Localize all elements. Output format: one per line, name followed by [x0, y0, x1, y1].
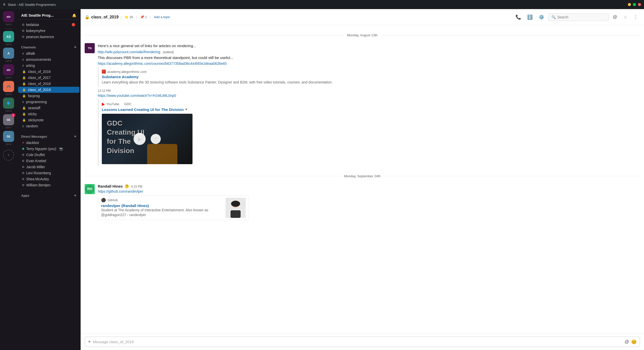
- search-icon: 🔍: [552, 15, 556, 19]
- workspace-item-a[interactable]: A Ctrl+3: [3, 48, 14, 62]
- presence-indicator: [22, 172, 24, 174]
- workspace-icon-as[interactable]: AS: [3, 31, 14, 42]
- workspace-item-aie1[interactable]: aie Ctrl+1: [3, 11, 14, 26]
- search-box[interactable]: 🔍: [548, 13, 609, 21]
- channel-item-facprog[interactable]: 🔒 facprog: [18, 93, 79, 99]
- channel-name: arting: [26, 64, 35, 68]
- workspace-item-ge[interactable]: GE 1 Ctrl+7: [3, 114, 14, 129]
- dm-item-slackbot[interactable]: ♥ slackbot: [18, 140, 79, 146]
- add-dm-icon[interactable]: +: [74, 134, 76, 139]
- channel-name: seastaff: [28, 106, 40, 110]
- external-link-button[interactable]: ↗: [151, 134, 161, 144]
- menu-icon[interactable]: ≡: [3, 2, 5, 7]
- workspace-icon-a[interactable]: A: [3, 48, 14, 59]
- rendering-link[interactable]: http://wiki.polycount.com/wiki/Rendering: [98, 50, 160, 54]
- youtube-link-text: https://www.youtube.com/watch?v=H1MLtML0…: [98, 94, 640, 98]
- dm-item-terry-nguyen[interactable]: Terry Nguyen (you) 📷: [18, 146, 79, 152]
- star-button[interactable]: ☆: [621, 13, 629, 21]
- close-button[interactable]: [638, 3, 641, 6]
- author-emoji: 🤔: [125, 184, 129, 188]
- channel-item-class-2019[interactable]: 🔒 class_of_2019: [18, 87, 79, 93]
- dm-item-jacob-miller[interactable]: Jacob Miller: [18, 164, 79, 170]
- channel-item-arting[interactable]: # arting: [18, 63, 79, 69]
- workspace-icon-8[interactable]: GE: [3, 131, 14, 142]
- pin-count[interactable]: 📌 1: [140, 15, 147, 19]
- add-attachment-button[interactable]: +: [88, 339, 91, 345]
- github-repo-title[interactable]: randevlper (Randall Hines): [101, 203, 222, 208]
- emoji-input-icon[interactable]: 😊: [631, 339, 637, 345]
- call-icon[interactable]: 📞: [513, 13, 523, 21]
- at-input-icon[interactable]: @: [625, 339, 629, 345]
- workspace-name[interactable]: AIE Seattle Prog...: [21, 13, 54, 17]
- channel-item-class-2017[interactable]: 🔒 class_of_2017: [18, 75, 79, 81]
- workspace-item-aie2[interactable]: aie Ctrl+4: [3, 64, 14, 79]
- workspace-icon-5[interactable]: 🎮: [3, 81, 14, 92]
- channel-item-sticky[interactable]: 🔒 sticky: [18, 111, 79, 117]
- add-app-icon[interactable]: +: [74, 193, 76, 198]
- workspace-item-6[interactable]: 🔷 Ctrl+6: [3, 98, 14, 112]
- gear-icon[interactable]: ⚙️: [537, 13, 546, 21]
- channel-item-announcements[interactable]: # announcements: [18, 56, 79, 63]
- lock-icon: 🔒: [22, 118, 26, 122]
- youtube-title-link[interactable]: Lessons Learned Creating UI for The Divi…: [102, 107, 637, 112]
- dm-item-keilaloia[interactable]: keilaloia 🔴: [18, 22, 79, 28]
- channel-item-class-2016[interactable]: 🔒 class_of_2016: [18, 69, 79, 75]
- youtube-url[interactable]: https://www.youtube.com/watch?v=H1MLtML0…: [98, 94, 176, 98]
- minimize-button[interactable]: [628, 3, 631, 6]
- channel-name: class_of_2016: [28, 70, 51, 74]
- github-content: ⚫ GitHub randevlper (Randall Hines) Stud…: [101, 198, 222, 218]
- presence-indicator: [22, 36, 24, 38]
- workspace-icon-6[interactable]: 🔷: [3, 98, 14, 109]
- add-workspace-button[interactable]: +: [3, 150, 14, 161]
- message-group-2: RH Randall Hines 🤔 4:15 PM https://githu…: [81, 182, 644, 224]
- lock-icon: 🔒: [22, 112, 26, 116]
- message-input[interactable]: [93, 340, 623, 344]
- presence-indicator: [22, 178, 24, 180]
- star-count[interactable]: ⭐ 26: [124, 15, 133, 19]
- workspace-item-8[interactable]: GE Ctrl+8: [3, 131, 14, 145]
- bell-icon[interactable]: 🔔: [72, 13, 76, 17]
- video-thumbnail[interactable]: GDC Creating UI for The Division ▶ ↗: [102, 114, 192, 164]
- preview-title-link[interactable]: Substance Academy: [102, 75, 637, 79]
- workspace-icon-ge[interactable]: GE 1: [3, 114, 14, 125]
- more-icon[interactable]: ⋮: [631, 13, 640, 21]
- dm-item-william-bentjen[interactable]: William Bentjen: [18, 182, 79, 188]
- add-topic-button[interactable]: Add a topic: [154, 15, 170, 19]
- lock-icon: 🔒: [22, 76, 26, 79]
- play-button[interactable]: ▶: [134, 133, 146, 145]
- channel-item-alltalk[interactable]: # alltalk: [18, 50, 79, 56]
- dm-item-shea-mcauley[interactable]: Shea McAuley: [18, 176, 79, 182]
- sidebar-header-icons: 🔔: [72, 13, 76, 17]
- channel-name: announcements: [26, 57, 51, 62]
- channel-name-display: 🔒 class_of_2019: [85, 15, 119, 19]
- dm-item-evan-knebel[interactable]: Evan Knebel: [18, 158, 79, 164]
- workspace-item-5[interactable]: 🎮 Ctrl+5: [3, 81, 14, 96]
- workspace-item-as[interactable]: AS Ctrl+2: [3, 31, 14, 46]
- presence-indicator: [22, 30, 24, 32]
- dm-item-pearson-lawrence[interactable]: pearson.lawrence: [18, 34, 79, 40]
- allegorithmic-url[interactable]: https://academy.allegorithmic.com/course…: [98, 62, 227, 66]
- channel-item-stickynote[interactable]: 🔒 stickynote: [18, 117, 79, 123]
- workspace-icon-aie1[interactable]: aie: [3, 11, 14, 22]
- dm-item-levi-rosenberg[interactable]: Levi Rosenberg: [18, 170, 79, 176]
- maximize-button[interactable]: [633, 3, 636, 6]
- at-icon[interactable]: @: [611, 13, 619, 21]
- date-divider-sep24: Monday, September 24th: [81, 174, 644, 178]
- channels-section-header: Channels +: [17, 44, 80, 50]
- add-channel-icon[interactable]: +: [74, 45, 76, 49]
- dm-item-cole-druffel[interactable]: Cole Druffel: [18, 152, 79, 158]
- github-url[interactable]: https://github.com/randevlper: [98, 189, 143, 193]
- channel-item-seastaff[interactable]: 🔒 seastaff: [18, 105, 79, 111]
- workspace-icon-aie2[interactable]: aie: [3, 64, 14, 75]
- search-input[interactable]: [557, 15, 605, 19]
- dm-name: William Bentjen: [26, 183, 50, 187]
- channel-item-random[interactable]: # random: [18, 123, 79, 129]
- channel-item-programming[interactable]: # programming: [18, 99, 79, 105]
- dm-item-kobeymyhre[interactable]: kobeymyhre: [18, 28, 79, 34]
- message-content-1: Here's a nice general set of links for a…: [98, 43, 640, 168]
- info-icon[interactable]: ℹ️: [525, 13, 535, 21]
- channel-item-class-2018[interactable]: 🔒 class_of_2018: [18, 81, 79, 87]
- apps-label: Apps: [21, 194, 29, 197]
- presence-indicator: [22, 166, 24, 168]
- allegorithmic-preview: academy.allegorithmic.com Substance Acad…: [98, 68, 640, 87]
